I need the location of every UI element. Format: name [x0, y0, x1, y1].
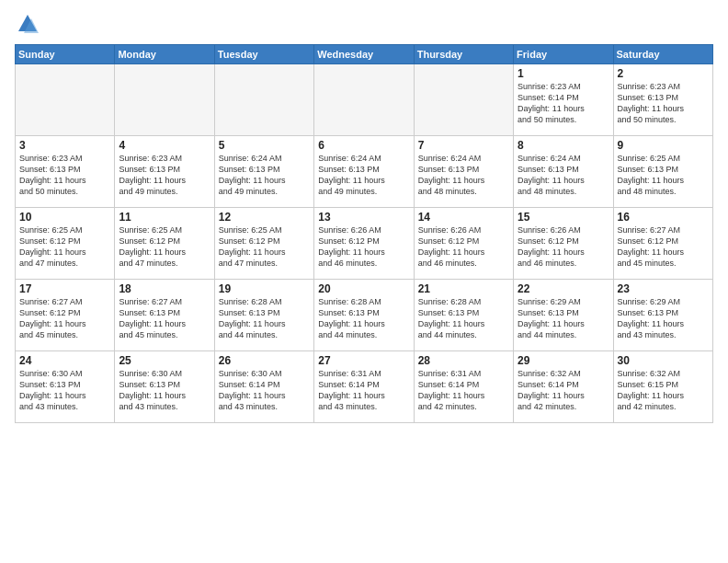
cell-info: Daylight: 11 hours: [518, 247, 609, 258]
cell-info: and 44 minutes.: [518, 329, 609, 340]
calendar-cell: [314, 64, 414, 136]
day-number: 18: [119, 282, 210, 295]
cell-info: Sunrise: 6:29 AM: [518, 296, 609, 307]
cell-info: Sunset: 6:13 PM: [418, 164, 509, 175]
day-number: 7: [418, 139, 509, 152]
cell-info: and 49 minutes.: [318, 186, 409, 197]
cell-info: Sunrise: 6:25 AM: [119, 224, 210, 236]
calendar-cell: 15Sunrise: 6:26 AMSunset: 6:12 PMDayligh…: [514, 208, 613, 280]
cell-info: and 42 minutes.: [618, 401, 709, 412]
week-row-1: 1Sunrise: 6:23 AMSunset: 6:14 PMDaylight…: [16, 64, 713, 136]
day-number: 4: [119, 139, 210, 152]
cell-info: Daylight: 11 hours: [618, 103, 709, 114]
calendar-cell: 19Sunrise: 6:28 AMSunset: 6:13 PMDayligh…: [214, 280, 313, 351]
calendar-cell: 9Sunrise: 6:25 AMSunset: 6:13 PMDaylight…: [613, 136, 712, 208]
cell-info: Sunset: 6:13 PM: [618, 307, 709, 318]
calendar-cell: 17Sunrise: 6:27 AMSunset: 6:12 PMDayligh…: [16, 280, 115, 351]
cell-info: Daylight: 11 hours: [19, 318, 110, 329]
cell-info: Sunset: 6:13 PM: [518, 307, 609, 318]
cell-info: and 43 minutes.: [19, 401, 110, 412]
cell-info: Daylight: 11 hours: [418, 247, 509, 258]
calendar-cell: 8Sunrise: 6:24 AMSunset: 6:13 PMDaylight…: [514, 136, 613, 208]
day-number: 19: [219, 282, 310, 295]
cell-info: Sunrise: 6:30 AM: [119, 368, 210, 379]
cell-info: Sunrise: 6:23 AM: [19, 153, 110, 164]
cell-info: and 50 minutes.: [19, 186, 110, 197]
day-number: 16: [618, 211, 709, 224]
cell-info: and 44 minutes.: [219, 329, 310, 340]
cell-info: Daylight: 11 hours: [418, 318, 509, 329]
cell-info: Sunrise: 6:27 AM: [19, 296, 110, 307]
page: SundayMondayTuesdayWednesdayThursdayFrid…: [0, 0, 728, 563]
cell-info: and 43 minutes.: [318, 401, 409, 412]
cell-info: Sunset: 6:15 PM: [618, 379, 709, 390]
day-number: 22: [518, 282, 609, 295]
cell-info: Sunset: 6:13 PM: [119, 307, 210, 318]
calendar-cell: 20Sunrise: 6:28 AMSunset: 6:13 PMDayligh…: [314, 280, 414, 351]
cell-info: and 44 minutes.: [318, 329, 409, 340]
cell-info: Daylight: 11 hours: [119, 247, 210, 258]
cell-info: Daylight: 11 hours: [618, 390, 709, 401]
calendar-cell: 5Sunrise: 6:24 AMSunset: 6:13 PMDaylight…: [214, 136, 313, 208]
weekday-thursday: Thursday: [414, 45, 513, 64]
cell-info: and 45 minutes.: [618, 258, 709, 269]
cell-info: Sunset: 6:13 PM: [19, 379, 110, 390]
day-number: 21: [418, 282, 509, 295]
day-number: 11: [119, 211, 210, 224]
cell-info: Sunset: 6:13 PM: [418, 307, 509, 318]
calendar-cell: 25Sunrise: 6:30 AMSunset: 6:13 PMDayligh…: [115, 351, 214, 423]
cell-info: Daylight: 11 hours: [318, 247, 409, 258]
cell-info: Sunrise: 6:23 AM: [618, 81, 709, 92]
weekday-header-row: SundayMondayTuesdayWednesdayThursdayFrid…: [16, 45, 713, 64]
cell-info: and 42 minutes.: [418, 401, 509, 412]
cell-info: Sunrise: 6:27 AM: [119, 296, 210, 307]
cell-info: Daylight: 11 hours: [618, 247, 709, 258]
calendar-cell: 12Sunrise: 6:25 AMSunset: 6:12 PMDayligh…: [214, 208, 313, 280]
cell-info: Sunrise: 6:25 AM: [219, 224, 310, 236]
weekday-sunday: Sunday: [16, 45, 115, 64]
cell-info: Daylight: 11 hours: [518, 318, 609, 329]
cell-info: Daylight: 11 hours: [618, 318, 709, 329]
cell-info: Sunrise: 6:27 AM: [618, 224, 709, 236]
cell-info: Sunset: 6:12 PM: [19, 307, 110, 318]
cell-info: Sunset: 6:13 PM: [318, 307, 409, 318]
cell-info: and 49 minutes.: [119, 186, 210, 197]
cell-info: and 48 minutes.: [418, 186, 509, 197]
cell-info: Daylight: 11 hours: [219, 390, 310, 401]
cell-info: Sunrise: 6:24 AM: [518, 153, 609, 164]
cell-info: and 43 minutes.: [119, 401, 210, 412]
cell-info: Daylight: 11 hours: [119, 318, 210, 329]
calendar-cell: 23Sunrise: 6:29 AMSunset: 6:13 PMDayligh…: [613, 280, 712, 351]
cell-info: Sunrise: 6:30 AM: [219, 368, 310, 379]
day-number: 26: [219, 354, 310, 367]
cell-info: Daylight: 11 hours: [318, 318, 409, 329]
calendar-cell: 1Sunrise: 6:23 AMSunset: 6:14 PMDaylight…: [514, 64, 613, 136]
calendar-cell: 28Sunrise: 6:31 AMSunset: 6:14 PMDayligh…: [414, 351, 513, 423]
cell-info: Sunset: 6:14 PM: [418, 379, 509, 390]
day-number: 5: [219, 139, 310, 152]
cell-info: Daylight: 11 hours: [518, 390, 609, 401]
cell-info: Sunset: 6:13 PM: [518, 164, 609, 175]
cell-info: Sunset: 6:12 PM: [119, 236, 210, 247]
cell-info: Sunset: 6:12 PM: [618, 236, 709, 247]
cell-info: Sunrise: 6:25 AM: [19, 224, 110, 236]
calendar-cell: 21Sunrise: 6:28 AMSunset: 6:13 PMDayligh…: [414, 280, 513, 351]
calendar-cell: 26Sunrise: 6:30 AMSunset: 6:14 PMDayligh…: [214, 351, 313, 423]
calendar-cell: 14Sunrise: 6:26 AMSunset: 6:12 PMDayligh…: [414, 208, 513, 280]
cell-info: Daylight: 11 hours: [518, 103, 609, 114]
cell-info: Daylight: 11 hours: [418, 175, 509, 186]
day-number: 17: [19, 282, 110, 295]
calendar-cell: [214, 64, 313, 136]
cell-info: and 45 minutes.: [119, 329, 210, 340]
cell-info: Sunrise: 6:32 AM: [618, 368, 709, 379]
day-number: 8: [518, 139, 609, 152]
cell-info: Sunrise: 6:26 AM: [418, 224, 509, 236]
cell-info: Daylight: 11 hours: [318, 390, 409, 401]
day-number: 24: [19, 354, 110, 367]
cell-info: Sunset: 6:12 PM: [318, 236, 409, 247]
cell-info: and 47 minutes.: [119, 258, 210, 269]
cell-info: Daylight: 11 hours: [119, 175, 210, 186]
cell-info: Daylight: 11 hours: [618, 175, 709, 186]
week-row-2: 3Sunrise: 6:23 AMSunset: 6:13 PMDaylight…: [16, 136, 713, 208]
weekday-wednesday: Wednesday: [314, 45, 414, 64]
